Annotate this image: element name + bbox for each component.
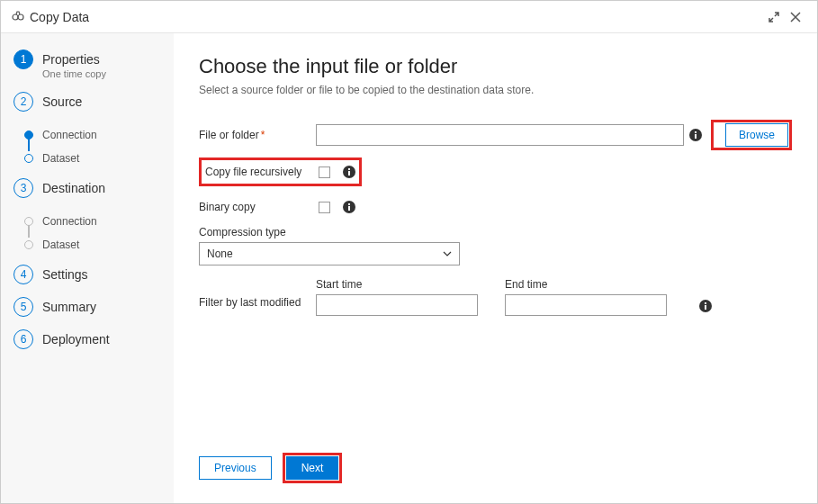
browse-button[interactable]: Browse (725, 123, 788, 147)
copy-recursive-label: Copy file recursively (205, 166, 319, 178)
end-time-label: End time (505, 278, 667, 291)
substeps-source: Connection Dataset (22, 124, 163, 169)
wizard-sidebar: 1 Properties One time copy 2 Source Conn… (1, 33, 174, 503)
substep-connection[interactable]: Connection (22, 211, 163, 232)
svg-rect-9 (705, 305, 706, 310)
copy-data-icon (12, 10, 24, 23)
end-time-col: End time (505, 278, 667, 316)
step-number-icon: 1 (13, 50, 33, 69)
end-time-input[interactable] (505, 294, 667, 316)
step-label: Deployment (42, 329, 110, 347)
filter-label: Filter by last modified (199, 278, 316, 316)
maximize-icon[interactable] (763, 6, 785, 28)
copy-recursive-row: Copy file recursively (205, 162, 355, 182)
info-icon[interactable] (689, 129, 702, 141)
substep-dot-icon (24, 240, 33, 249)
svg-point-0 (13, 14, 18, 20)
step-number-icon: 4 (13, 265, 33, 284)
step-label: Summary (42, 297, 96, 315)
file-folder-label: File or folder* (199, 129, 316, 141)
svg-rect-8 (705, 302, 706, 304)
svg-rect-2 (695, 131, 697, 133)
wizard-footer: Previous Next (199, 442, 792, 489)
step-number-icon: 3 (13, 178, 33, 198)
substep-dot-icon (24, 154, 33, 163)
chevron-down-icon (443, 249, 452, 258)
binary-copy-checkbox[interactable] (319, 202, 330, 213)
step-sublabel: One time copy (42, 68, 106, 79)
title-bar: Copy Data (1, 1, 817, 33)
substep-dataset[interactable]: Dataset (22, 234, 163, 256)
svg-point-1 (18, 14, 23, 20)
page-title: Choose the input file or folder (199, 55, 792, 78)
substep-dataset[interactable]: Dataset (22, 148, 163, 169)
step-source[interactable]: 2 Source (13, 92, 163, 112)
compression-value: None (207, 248, 233, 260)
svg-rect-6 (348, 203, 350, 205)
binary-copy-label: Binary copy (199, 201, 319, 213)
step-label: Source (42, 92, 82, 110)
next-button[interactable]: Next (286, 456, 339, 480)
close-icon[interactable] (785, 6, 806, 28)
svg-rect-5 (348, 171, 350, 176)
binary-copy-row: Binary copy (199, 197, 792, 217)
step-number-icon: 5 (13, 297, 33, 317)
filter-time-row: Filter by last modified Start time End t… (199, 278, 792, 316)
info-icon[interactable] (343, 166, 355, 178)
step-label: Properties (42, 50, 106, 68)
step-properties[interactable]: 1 Properties One time copy (13, 50, 163, 79)
step-summary[interactable]: 5 Summary (13, 297, 163, 317)
highlight-browse: Browse (711, 120, 792, 150)
file-folder-input[interactable] (316, 124, 684, 146)
svg-rect-7 (348, 206, 350, 211)
file-folder-row: File or folder* Browse (199, 120, 792, 150)
highlight-next: Next (283, 453, 343, 483)
start-time-input[interactable] (316, 294, 478, 316)
info-icon[interactable] (343, 201, 355, 213)
compression-label: Compression type (199, 226, 792, 238)
page-subtitle: Select a source folder or file to be cop… (199, 84, 792, 96)
main-panel: Choose the input file or folder Select a… (174, 33, 817, 503)
substeps-destination: Connection Dataset (22, 211, 163, 256)
start-time-label: Start time (316, 278, 478, 291)
start-time-col: Start time (316, 278, 478, 316)
step-settings[interactable]: 4 Settings (13, 265, 163, 284)
window-title: Copy Data (30, 10, 89, 24)
copy-recursive-checkbox[interactable] (319, 166, 330, 178)
step-label: Settings (42, 265, 88, 283)
substep-connection[interactable]: Connection (22, 124, 163, 146)
info-icon[interactable] (699, 300, 712, 312)
step-number-icon: 6 (13, 329, 33, 349)
compression-select[interactable]: None (199, 242, 460, 266)
previous-button[interactable]: Previous (199, 456, 272, 480)
step-destination[interactable]: 3 Destination (13, 178, 163, 198)
step-deployment[interactable]: 6 Deployment (13, 329, 163, 349)
svg-rect-3 (695, 134, 697, 139)
svg-rect-4 (348, 168, 350, 170)
step-number-icon: 2 (13, 92, 33, 112)
step-label: Destination (42, 178, 105, 196)
highlight-recursive: Copy file recursively (199, 158, 362, 186)
